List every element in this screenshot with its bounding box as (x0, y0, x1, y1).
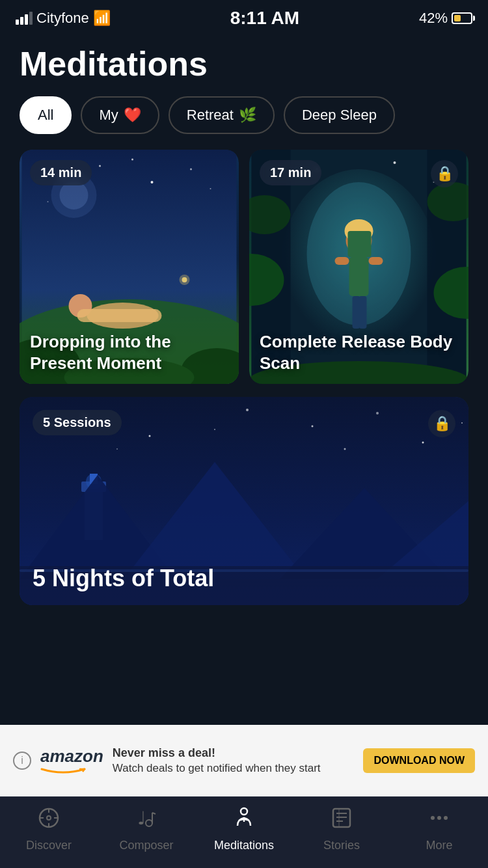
leaf-icon: 🌿 (239, 107, 256, 124)
svg-point-73 (241, 808, 247, 815)
wide-card-content: 5 Sessions 🔒 5 Nights of Total (20, 397, 468, 605)
nav-stories[interactable]: Stories (293, 806, 390, 852)
wide-card-5nights[interactable]: 5 Sessions 🔒 5 Nights of Total (20, 397, 468, 605)
status-bar: Cityfone 📶 8:11 AM 42% (0, 0, 488, 34)
nav-more[interactable]: More (390, 806, 488, 852)
svg-point-84 (444, 816, 448, 820)
card2-lock-icon: 🔒 (431, 160, 458, 187)
filter-tab-my[interactable]: My ❤️ (81, 96, 159, 134)
card1-duration: 14 min (40, 165, 81, 180)
stories-icon (330, 806, 353, 835)
card1-title: Dropping into the Present Moment (30, 331, 228, 373)
more-icon (427, 806, 451, 835)
filter-row: All My ❤️ Retreat 🌿 Deep Sleep (0, 96, 488, 150)
ad-brand-name: amazon (40, 746, 103, 766)
card1-duration-badge: 14 min (30, 160, 92, 185)
wifi-icon: 📶 (93, 10, 111, 27)
filter-tab-retreat[interactable]: Retreat 🌿 (169, 96, 275, 134)
filter-tab-deepsleep-label: Deep Sleep (302, 107, 377, 124)
carrier-name: Cityfone (36, 10, 89, 27)
filter-tab-all[interactable]: All (20, 96, 72, 134)
status-left: Cityfone 📶 (16, 10, 111, 27)
svg-text:♩: ♩ (137, 808, 146, 828)
ad-info-icon: i (13, 752, 31, 770)
ad-body: Watch deals to get notified when they st… (113, 762, 321, 774)
nav-composer[interactable]: ♩ Composer (98, 806, 195, 852)
card2-duration: 17 min (270, 165, 311, 180)
ad-text: Never miss a deal! Watch deals to get no… (113, 746, 355, 775)
battery-percentage: 42% (419, 10, 448, 27)
nav-discover[interactable]: Discover (0, 806, 98, 852)
nav-discover-label: Discover (26, 839, 72, 852)
composer-icon: ♩ (135, 806, 158, 835)
card1-content: 14 min Dropping into the Present Moment (20, 150, 239, 384)
ad-headline: Never miss a deal! (113, 746, 215, 759)
signal-icon (16, 12, 33, 25)
nav-meditations[interactable]: Meditations (195, 806, 293, 852)
filter-tab-deepsleep[interactable]: Deep Sleep (284, 96, 395, 134)
filter-tab-retreat-label: Retreat (187, 107, 234, 124)
ad-logo: amazon (40, 746, 103, 776)
filter-tab-all-label: All (38, 107, 53, 124)
svg-point-82 (431, 816, 435, 820)
card-dropping-into-present[interactable]: 14 min Dropping into the Present Moment (20, 150, 239, 384)
nav-composer-label: Composer (119, 839, 173, 852)
card2-content: 17 min 🔒 Complete Release Body Scan (249, 150, 468, 384)
svg-point-83 (437, 816, 441, 820)
discover-icon (37, 806, 61, 835)
wide-card-title: 5 Nights of Total (33, 564, 455, 592)
nav-stories-label: Stories (323, 839, 360, 852)
nav-meditations-label: Meditations (214, 839, 274, 852)
ad-banner: i amazon Never miss a deal! Watch deals … (0, 725, 488, 796)
svg-point-70 (146, 820, 152, 826)
card2-header: 17 min 🔒 (260, 160, 458, 187)
card2-title: Complete Release Body Scan (260, 331, 458, 373)
nav-more-label: More (426, 839, 452, 852)
ad-cta-button[interactable]: DOWNLOAD NOW (363, 748, 475, 773)
amazon-smile (40, 766, 86, 776)
cards-grid: 14 min Dropping into the Present Moment (0, 150, 488, 397)
bottom-nav: Discover ♩ Composer Meditations (0, 796, 488, 868)
card2-duration-badge: 17 min (260, 160, 321, 185)
heart-icon: ❤️ (124, 107, 141, 124)
meditations-icon (232, 806, 256, 835)
card1-header: 14 min (30, 160, 228, 185)
filter-tab-my-label: My (99, 107, 118, 124)
wide-card-sessions-badge: 5 Sessions (33, 410, 122, 435)
battery-icon (452, 12, 472, 24)
battery-fill (454, 15, 461, 21)
card-complete-release[interactable]: 17 min 🔒 Complete Release Body Scan (249, 150, 468, 384)
status-time: 8:11 AM (230, 8, 299, 29)
wide-card-sessions: 5 Sessions (43, 415, 111, 430)
page-title: Meditations (0, 34, 488, 96)
wide-card-header: 5 Sessions 🔒 (33, 410, 455, 437)
svg-point-64 (47, 816, 51, 820)
wide-card-lock-icon: 🔒 (428, 410, 455, 437)
status-right: 42% (419, 10, 472, 27)
